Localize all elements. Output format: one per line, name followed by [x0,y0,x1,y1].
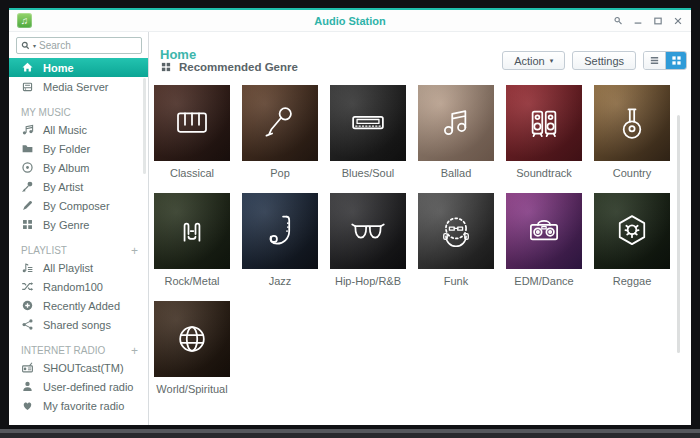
sidebar-item-shared-songs[interactable]: Shared songs [9,315,148,334]
genre-tile-label: Ballad [418,167,494,180]
add-icon[interactable]: + [131,246,138,256]
search-box[interactable]: ▾ [16,37,142,54]
genre-tile-rock-metal[interactable]: Rock/Metal [154,193,230,288]
window-controls [612,15,683,26]
sidebar-item-label: By Artist [43,181,83,193]
sidebar-item-my-favorite-radio[interactable]: My favorite radio [9,396,148,415]
sidebar-item-by-artist[interactable]: By Artist [9,177,148,196]
sidebar-item-icon [21,161,34,174]
genre-tile-world-spiritual[interactable]: World/Spiritual [154,301,230,396]
genre-tile-soundtrack[interactable]: Soundtrack [506,85,582,180]
main-panel: Home Action ▾ Settings [149,32,691,425]
genre-tile-photo [418,85,494,161]
genre-tile-ballad[interactable]: Ballad [418,85,494,180]
sidebar-section-header: MY MUSIC [9,105,148,120]
genre-tile-classical[interactable]: Classical [154,85,230,180]
search-scope-caret-icon[interactable]: ▾ [33,42,36,49]
genre-tile-photo [418,193,494,269]
sidebar-item-label: By Folder [43,143,90,155]
add-icon[interactable]: + [131,346,138,356]
genre-tile-photo [154,301,230,377]
genre-tile-photo [506,193,582,269]
genre-icon [259,102,301,144]
main-scrollbar[interactable] [677,115,680,353]
genre-tile-pop[interactable]: Pop [242,85,318,180]
genre-tile-photo [594,85,670,161]
genre-tile-label: Jazz [242,275,318,288]
sidebar-item-icon [21,199,34,212]
genre-tile-label: Pop [242,167,318,180]
genre-icon [347,210,389,252]
sidebar-item-recently-added[interactable]: Recently Added [9,296,148,315]
sidebar-scrollbar[interactable] [143,78,146,174]
page-title: Home [160,47,196,62]
sidebar-item-icon [21,318,34,331]
grid-view-button[interactable] [665,52,686,69]
sidebar-item-by-genre[interactable]: By Genre [9,215,148,234]
genre-tile-photo [154,193,230,269]
genre-grid-icon [160,61,172,73]
genre-tile-label: Rock/Metal [154,275,230,288]
window-title: Audio Station [9,15,691,27]
genre-tile-blues-soul[interactable]: Blues/Soul [330,85,406,180]
sidebar-item-icon [21,61,34,74]
genre-tile-reggae[interactable]: Reggae [594,193,670,288]
sidebar-item-home[interactable]: Home [9,58,148,77]
sidebar-item-all-playlist[interactable]: All Playlist [9,258,148,277]
genre-tile-country[interactable]: Country [594,85,670,180]
sidebar-item-icon [21,361,34,374]
genre-icon [171,318,213,360]
maximize-icon[interactable] [652,15,663,26]
sidebar-item-icon [21,380,34,393]
settings-button[interactable]: Settings [572,51,636,70]
genre-tile-photo [330,193,406,269]
genre-tile-funk[interactable]: Funk [418,193,494,288]
sidebar-item-media-server[interactable]: Media Server [9,77,148,96]
sidebar-item-random100[interactable]: Random100 [9,277,148,296]
genre-tile-label: Funk [418,275,494,288]
search-input[interactable] [39,40,137,51]
genre-tile-label: Blues/Soul [330,167,406,180]
minimize-icon[interactable] [632,15,643,26]
genre-icon [435,102,477,144]
genre-tile-photo [242,85,318,161]
genre-tile-jazz[interactable]: Jazz [242,193,318,288]
close-icon[interactable] [672,15,683,26]
genre-tile-label: Country [594,167,670,180]
genre-tile-edm-dance[interactable]: EDM/Dance [506,193,582,288]
sidebar-item-icon [21,399,34,412]
sidebar-item-by-composer[interactable]: By Composer [9,196,148,215]
genre-tile-label: Soundtrack [506,167,582,180]
sidebar-item-label: By Composer [43,200,110,212]
sidebar-item-label: User-defined radio [43,381,134,393]
sidebar-item-icon [21,180,34,193]
genre-tile-hip-hop-r-b[interactable]: Hip-Hop/R&B [330,193,406,288]
action-button[interactable]: Action ▾ [502,51,565,70]
sidebar-item-label: Recently Added [43,300,120,312]
sidebar-item-label: My favorite radio [43,400,124,412]
sidebar-item-label: SHOUTcast(TM) [43,362,124,374]
genre-tile-photo [506,85,582,161]
sidebar-item-all-music[interactable]: All Music [9,120,148,139]
sidebar-item-user-defined-radio[interactable]: User-defined radio [9,377,148,396]
sidebar-item-label: Media Server [43,81,108,93]
search-icon [21,41,30,50]
genre-tile-photo [330,85,406,161]
sidebar-item-label: By Album [43,162,89,174]
sidebar-nav: Home Media Server MY MUSIC All Music By … [9,58,148,415]
sidebar-section-header: PLAYLIST + [9,243,148,258]
sidebar-item-icon [21,80,34,93]
sidebar-item-icon [21,123,34,136]
list-view-button[interactable] [644,52,665,69]
sidebar-section-label: MY MUSIC [21,107,71,118]
pin-icon[interactable] [612,15,623,26]
genre-icon [171,102,213,144]
genre-tile-photo [594,193,670,269]
sidebar-item-by-folder[interactable]: By Folder [9,139,148,158]
sidebar-item-by-album[interactable]: By Album [9,158,148,177]
sidebar-item-shoutcast-tm-[interactable]: SHOUTcast(TM) [9,358,148,377]
genre-tile-label: Reggae [594,275,670,288]
view-toggle [643,51,687,70]
genre-tile-label: Classical [154,167,230,180]
sidebar-item-label: Random100 [43,281,103,293]
